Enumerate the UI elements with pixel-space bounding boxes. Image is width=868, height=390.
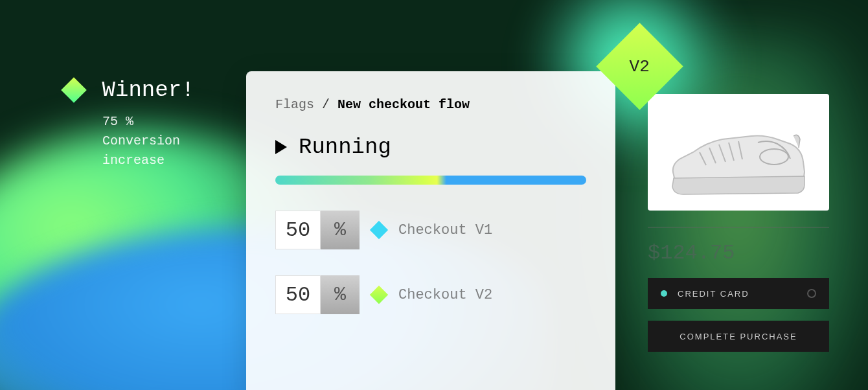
version-badge-text: V2: [630, 57, 650, 76]
winner-title: Winner!: [102, 78, 195, 102]
product-image: [648, 94, 829, 211]
percent-icon: %: [321, 211, 360, 249]
experiment-card: Flags / New checkout flow Running 50 % C…: [246, 71, 615, 390]
divider: [648, 227, 829, 228]
variant-label: Checkout V1: [398, 222, 492, 238]
checkout-preview-panel: $124.75 CREDIT CARD COMPLETE PURCHASE: [648, 94, 842, 352]
radio-selected-icon: [661, 290, 667, 297]
payment-method-label: CREDIT CARD: [678, 289, 749, 299]
diamond-icon: [370, 286, 388, 304]
variant-label: Checkout V2: [398, 287, 492, 303]
variant-value-box[interactable]: 50 %: [275, 211, 360, 249]
variant-percentage-value: 50: [275, 211, 321, 249]
payment-method-row[interactable]: CREDIT CARD: [648, 278, 829, 309]
winner-metric-block: 75 % Conversion increase: [102, 112, 194, 170]
diamond-icon: [370, 221, 388, 239]
product-price: $124.75: [648, 241, 842, 265]
percent-icon: %: [321, 275, 360, 314]
winner-metric-label-2: increase: [102, 153, 165, 168]
breadcrumb-separator: /: [314, 97, 337, 112]
radio-outline-icon: [807, 289, 816, 298]
status-label: Running: [299, 135, 391, 159]
progress-bar: [275, 176, 586, 185]
diamond-icon: [61, 77, 87, 103]
winner-panel: Winner! 75 % Conversion increase: [65, 78, 194, 170]
variant-row-v1: 50 % Checkout V1: [275, 211, 586, 249]
sneaker-icon: [661, 104, 816, 201]
variant-percentage-value: 50: [275, 275, 321, 314]
breadcrumb-current: New checkout flow: [337, 97, 470, 112]
complete-purchase-button[interactable]: COMPLETE PURCHASE: [648, 321, 829, 352]
winner-metric-value: 75 %: [102, 114, 133, 129]
breadcrumb: Flags / New checkout flow: [275, 97, 586, 112]
purchase-button-label: COMPLETE PURCHASE: [680, 332, 797, 341]
breadcrumb-parent[interactable]: Flags: [275, 97, 314, 112]
variant-value-box[interactable]: 50 %: [275, 275, 360, 314]
variant-row-v2: 50 % Checkout V2: [275, 275, 586, 314]
play-icon[interactable]: [275, 140, 287, 154]
status-row: Running: [275, 135, 586, 159]
winner-metric-label-1: Conversion: [102, 133, 180, 148]
